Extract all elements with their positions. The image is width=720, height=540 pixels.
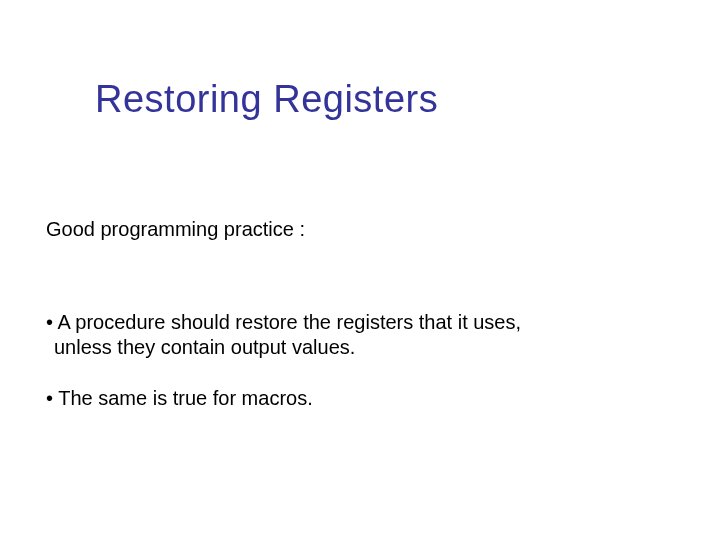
- slide: Restoring Registers Good programming pra…: [0, 0, 720, 540]
- bullet-list: A procedure should restore the registers…: [46, 310, 666, 437]
- slide-subhead: Good programming practice :: [46, 218, 305, 241]
- list-item: The same is true for macros.: [46, 386, 666, 411]
- list-item: A procedure should restore the registers…: [46, 310, 666, 360]
- bullet-text-line1: A procedure should restore the registers…: [46, 311, 521, 333]
- bullet-text-line1: The same is true for macros.: [46, 387, 313, 409]
- slide-title: Restoring Registers: [95, 78, 438, 121]
- bullet-text-line2: unless they contain output values.: [46, 335, 666, 360]
